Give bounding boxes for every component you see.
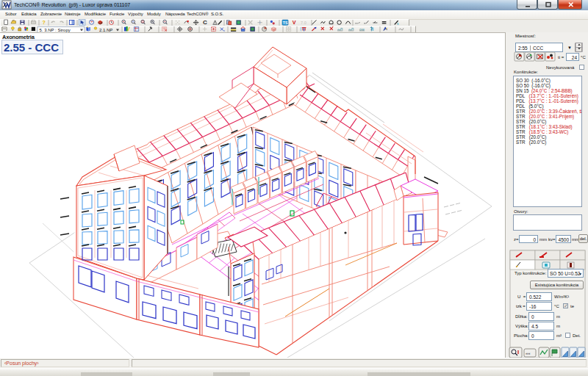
svg-text:TS: TS bbox=[283, 21, 288, 25]
svg-text:s: s bbox=[397, 22, 399, 26]
svg-text:««: «« bbox=[526, 351, 531, 355]
svg-text:7.0: 7.0 bbox=[301, 21, 306, 25]
svg-text:C: C bbox=[203, 19, 207, 26]
svg-text:V: V bbox=[293, 19, 296, 26]
svg-text:?: ? bbox=[43, 19, 46, 26]
svg-text:ow: ow bbox=[359, 27, 365, 32]
